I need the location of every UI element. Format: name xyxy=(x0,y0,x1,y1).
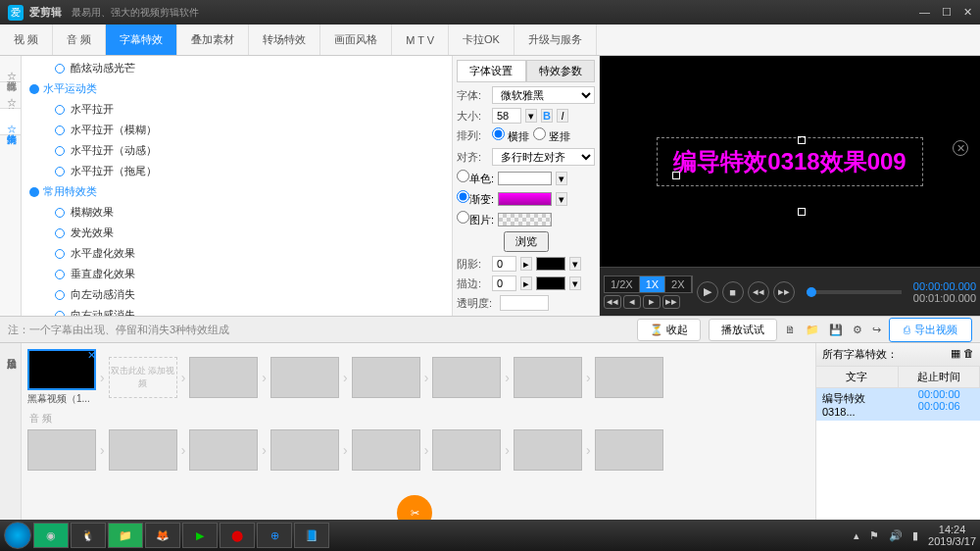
tray-flag-icon[interactable]: ⚑ xyxy=(869,529,879,542)
tab-fx-params[interactable]: 特效参数 xyxy=(526,60,596,82)
tab-audio[interactable]: 音 频 xyxy=(53,25,106,55)
minimize-icon[interactable]: — xyxy=(919,6,930,19)
tray-date[interactable]: 2019/3/17 xyxy=(928,535,976,547)
windows-start-button[interactable] xyxy=(4,522,31,549)
dropdown-icon[interactable]: ▾ xyxy=(556,192,567,206)
layout-vertical[interactable]: 竖排 xyxy=(533,127,570,144)
taskbar-app[interactable]: ⊕ xyxy=(257,523,292,548)
taskbar-app[interactable]: 📘 xyxy=(294,523,329,548)
resize-handle[interactable] xyxy=(672,172,680,179)
clip-0[interactable]: ✕黑幕视频（1... xyxy=(27,349,96,406)
maximize-icon[interactable]: ☐ xyxy=(942,6,952,19)
share-icon[interactable]: ↪ xyxy=(872,324,881,336)
resize-handle[interactable] xyxy=(798,136,806,144)
tab-transition[interactable]: 转场特效 xyxy=(249,25,320,55)
subtitle-preview[interactable]: 编导特效0318效果009 xyxy=(657,137,922,186)
speed-half[interactable]: 1/2X xyxy=(605,276,640,292)
italic-button[interactable]: I xyxy=(557,109,568,123)
empty-clip[interactable] xyxy=(595,429,663,471)
tab-style[interactable]: 画面风格 xyxy=(320,25,392,55)
tray-time[interactable]: 14:24 xyxy=(928,524,976,535)
empty-clip[interactable] xyxy=(189,429,258,471)
tree-item[interactable]: 水平虚化效果 xyxy=(22,243,452,264)
tab-font-settings[interactable]: 字体设置 xyxy=(457,60,526,82)
taskbar-app[interactable]: 🦊 xyxy=(145,523,180,548)
shadow-color[interactable] xyxy=(536,257,565,271)
tree-item[interactable]: 发光效果 xyxy=(22,223,452,243)
sidebar-stay[interactable]: ☆停留特效 xyxy=(0,82,21,109)
close-icon[interactable]: ✕ xyxy=(963,6,972,19)
empty-clip[interactable] xyxy=(270,429,339,471)
taskbar-app[interactable]: 🐧 xyxy=(71,523,106,548)
align-select[interactable]: 多行时左对齐 xyxy=(492,148,595,166)
font-size-input[interactable] xyxy=(492,108,521,124)
empty-clip[interactable] xyxy=(189,357,258,398)
empty-clip[interactable] xyxy=(27,429,96,471)
tree-category[interactable]: 水平运动类 xyxy=(22,78,452,99)
empty-clip[interactable] xyxy=(514,357,582,398)
empty-clip[interactable] xyxy=(352,357,420,398)
tab-upgrade[interactable]: 升级与服务 xyxy=(514,25,597,55)
next-frame-icon[interactable]: ▸▸ xyxy=(662,295,680,309)
empty-clip[interactable] xyxy=(514,429,582,471)
subtitle-entry[interactable]: 编导特效0318... 00:00:0000:00:06 xyxy=(816,388,980,421)
play-test-button[interactable]: 播放试试 xyxy=(709,319,777,341)
open-icon[interactable]: 📁 xyxy=(806,324,819,336)
empty-clip[interactable] xyxy=(432,429,501,471)
tree-item[interactable]: 向左动感消失 xyxy=(22,284,452,305)
tree-item[interactable]: 模糊效果 xyxy=(22,202,452,223)
tree-item[interactable]: 向右动感消失 xyxy=(22,305,452,316)
taskbar-app[interactable]: ⬤ xyxy=(220,523,255,548)
tab-video[interactable]: 视 频 xyxy=(0,25,53,55)
empty-clip[interactable] xyxy=(109,429,177,471)
next-icon[interactable]: ▸ xyxy=(643,295,661,309)
prev-frame-icon[interactable]: ◂◂ xyxy=(604,295,621,309)
rewind-button[interactable]: ◂◂ xyxy=(748,281,769,303)
sidebar-disappear[interactable]: ☆消失特效 xyxy=(0,109,21,135)
resize-handle[interactable] xyxy=(798,208,806,216)
speed-1x[interactable]: 1X xyxy=(640,276,665,292)
color-solid[interactable]: 单色: xyxy=(457,170,494,186)
empty-clip[interactable] xyxy=(432,357,501,398)
font-family-select[interactable]: 微软雅黑 xyxy=(492,86,595,104)
empty-clip[interactable] xyxy=(270,357,339,398)
tree-item[interactable]: 水平拉开（动感） xyxy=(22,140,452,161)
close-subtitle-icon[interactable]: ✕ xyxy=(953,140,968,156)
prev-icon[interactable]: ◂ xyxy=(623,295,641,309)
sidebar-appear[interactable]: ☆出现特效 xyxy=(0,56,21,82)
layout-horizontal[interactable]: 横排 xyxy=(492,127,529,144)
tab-mtv[interactable]: M T V xyxy=(392,25,449,55)
seek-slider[interactable] xyxy=(807,290,902,294)
delete-icon[interactable]: 🗑 xyxy=(963,347,974,359)
play-button[interactable]: ▶ xyxy=(697,281,718,303)
color-gradient[interactable]: 渐变: xyxy=(457,190,494,207)
solid-color-swatch[interactable] xyxy=(498,172,552,185)
browse-button[interactable]: 浏览 xyxy=(504,231,549,252)
dropdown-icon[interactable]: ▾ xyxy=(525,109,537,123)
opacity-input[interactable] xyxy=(500,295,549,311)
outline-input[interactable] xyxy=(492,276,516,291)
bold-button[interactable]: B xyxy=(541,109,553,123)
tray-up-icon[interactable]: ▴ xyxy=(854,529,859,542)
save-icon[interactable]: 💾 xyxy=(829,324,843,336)
gradient-swatch[interactable] xyxy=(498,192,552,206)
add-icon[interactable]: ▦ xyxy=(951,347,960,359)
tree-item[interactable]: 垂直虚化效果 xyxy=(22,264,452,284)
shadow-input[interactable] xyxy=(492,256,516,272)
taskbar-app[interactable]: 📁 xyxy=(108,523,143,548)
tray-network-icon[interactable]: ▮ xyxy=(912,529,918,542)
settings-icon[interactable]: ⚙ xyxy=(853,324,862,336)
empty-clip[interactable] xyxy=(352,429,420,471)
taskbar-app[interactable]: ▶ xyxy=(182,523,218,548)
outline-color[interactable] xyxy=(536,276,565,290)
tree-item[interactable]: 水平拉开（模糊） xyxy=(22,120,452,140)
export-video-button[interactable]: ⎙ 导出视频 xyxy=(889,318,972,342)
new-icon[interactable]: 🗎 xyxy=(785,324,796,336)
collapse-button[interactable]: ⏳ 收起 xyxy=(637,319,701,341)
tab-subtitle-fx[interactable]: 字幕特效 xyxy=(106,25,177,55)
preview-canvas[interactable]: 编导特效0318效果009 ✕ xyxy=(600,56,980,267)
tab-overlay[interactable]: 叠加素材 xyxy=(177,25,249,55)
tree-item[interactable]: 水平拉开 xyxy=(22,99,452,120)
tree-item[interactable]: 酷炫动感光芒 xyxy=(22,58,452,78)
forward-button[interactable]: ▸▸ xyxy=(773,281,795,303)
